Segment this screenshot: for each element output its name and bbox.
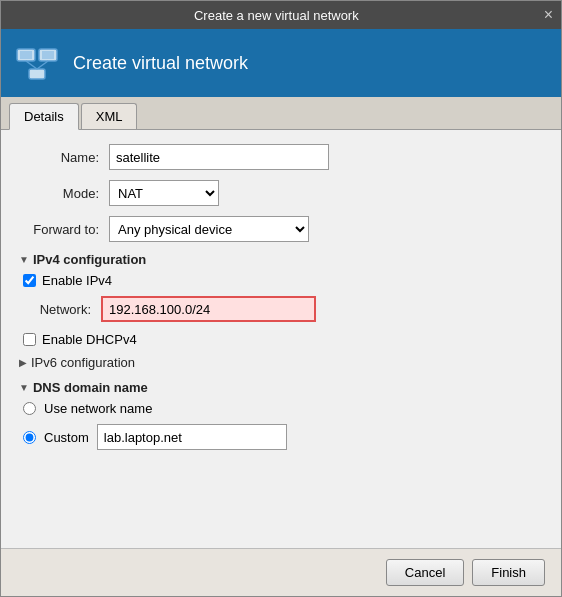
mode-select[interactable]: NAT Routed Open Isolated — [109, 180, 219, 206]
ipv4-section-label: IPv4 configuration — [33, 252, 146, 267]
close-button[interactable]: × — [544, 7, 553, 23]
forward-row: Forward to: Any physical device — [19, 216, 543, 242]
enable-ipv4-checkbox[interactable] — [23, 274, 36, 287]
header-bar: Create virtual network — [1, 29, 561, 97]
svg-line-6 — [37, 61, 48, 69]
dialog-title: Create a new virtual network — [9, 8, 544, 23]
header-title: Create virtual network — [73, 53, 248, 74]
content-area: Name: Mode: NAT Routed Open Isolated For… — [1, 130, 561, 548]
custom-dns-label: Custom — [44, 430, 89, 445]
dns-section-label: DNS domain name — [33, 380, 148, 395]
ipv4-section: Enable IPv4 Network: Enable DHCPv4 — [23, 273, 543, 347]
enable-ipv4-label: Enable IPv4 — [42, 273, 112, 288]
custom-dns-row: Custom — [23, 424, 543, 450]
svg-rect-4 — [29, 69, 45, 79]
dns-arrow-icon: ▼ — [19, 382, 29, 393]
forward-label: Forward to: — [19, 222, 109, 237]
custom-dns-radio[interactable] — [23, 431, 36, 444]
svg-line-5 — [26, 61, 37, 69]
cancel-button[interactable]: Cancel — [386, 559, 464, 586]
network-icon — [15, 41, 59, 85]
ipv6-section-header[interactable]: ▶ IPv6 configuration — [19, 355, 543, 370]
forward-select[interactable]: Any physical device — [109, 216, 309, 242]
enable-dhcpv4-checkbox[interactable] — [23, 333, 36, 346]
custom-dns-input[interactable] — [97, 424, 287, 450]
use-network-name-radio[interactable] — [23, 402, 36, 415]
network-input[interactable] — [101, 296, 316, 322]
svg-rect-1 — [20, 51, 32, 59]
network-row: Network: — [27, 296, 543, 322]
use-network-name-label: Use network name — [44, 401, 152, 416]
mode-label: Mode: — [19, 186, 109, 201]
ipv6-arrow-icon: ▶ — [19, 357, 27, 368]
finish-button[interactable]: Finish — [472, 559, 545, 586]
enable-ipv4-row: Enable IPv4 — [23, 273, 543, 288]
name-row: Name: — [19, 144, 543, 170]
dns-section-header: ▼ DNS domain name — [19, 380, 543, 395]
ipv6-section-label: IPv6 configuration — [31, 355, 135, 370]
tab-xml[interactable]: XML — [81, 103, 138, 129]
tab-details[interactable]: Details — [9, 103, 79, 130]
create-virtual-network-dialog: Create a new virtual network × Create vi… — [0, 0, 562, 597]
dns-section: Use network name Custom — [23, 401, 543, 450]
ipv4-arrow-icon: ▼ — [19, 254, 29, 265]
svg-rect-3 — [42, 51, 54, 59]
mode-row: Mode: NAT Routed Open Isolated — [19, 180, 543, 206]
enable-dhcpv4-label: Enable DHCPv4 — [42, 332, 137, 347]
name-input[interactable] — [109, 144, 329, 170]
network-label: Network: — [27, 302, 101, 317]
ipv4-section-header: ▼ IPv4 configuration — [19, 252, 543, 267]
tab-bar: Details XML — [1, 97, 561, 130]
name-label: Name: — [19, 150, 109, 165]
title-bar: Create a new virtual network × — [1, 1, 561, 29]
use-network-name-row: Use network name — [23, 401, 543, 416]
footer: Cancel Finish — [1, 548, 561, 596]
enable-dhcp-row: Enable DHCPv4 — [23, 332, 543, 347]
